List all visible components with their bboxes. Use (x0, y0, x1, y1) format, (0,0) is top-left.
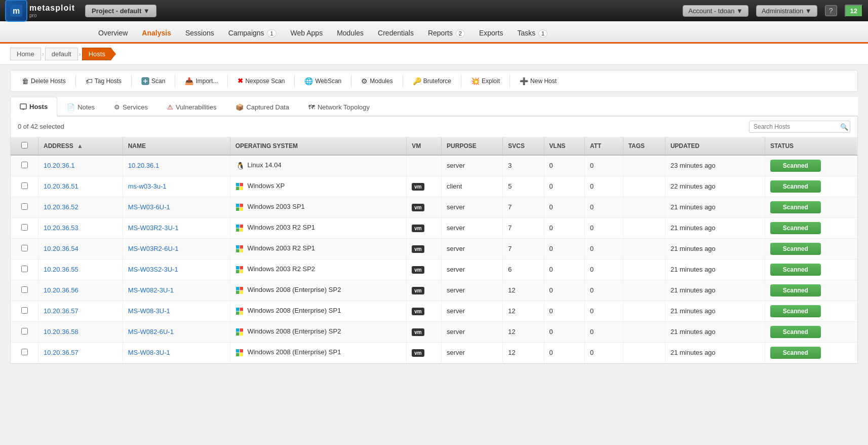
name-link[interactable]: MS-W08-3U-1 (128, 307, 170, 315)
delete-hosts-button[interactable]: 🗑 Delete Hosts (17, 75, 71, 87)
address-link[interactable]: 10.20.36.54 (44, 245, 78, 252)
address-link[interactable]: 10.20.36.55 (44, 266, 78, 273)
row-att: 0 (584, 259, 623, 280)
logo: m metasploit pro (5, 0, 75, 22)
nav-item-modules[interactable]: Modules (330, 24, 371, 44)
bruteforce-button[interactable]: 🔑 Bruteforce (408, 75, 456, 87)
row-att: 0 (584, 301, 623, 321)
row-checkbox[interactable] (21, 328, 28, 335)
name-link[interactable]: MS-W082-3U-1 (128, 286, 174, 294)
svg-rect-24 (240, 249, 243, 253)
name-link[interactable]: MS-W08-3U-1 (128, 349, 170, 356)
modules-button[interactable]: ⚙ Modules (356, 75, 398, 87)
row-tags (623, 301, 665, 321)
search-input[interactable] (749, 121, 850, 133)
address-link[interactable]: 10.20.36.56 (44, 286, 78, 294)
nav-item-tasks[interactable]: Tasks 1 (510, 24, 555, 44)
address-link[interactable]: 10.20.36.1 (44, 162, 74, 169)
row-checkbox[interactable] (21, 307, 28, 314)
tab-network-topology[interactable]: 🗺 Network Topology (299, 97, 379, 117)
row-checkbox[interactable] (21, 245, 28, 251)
scanned-button[interactable]: Scanned (770, 264, 821, 276)
toolbar: 🗑 Delete Hosts 🏷 Tag Hosts Scan 📥 Import… (10, 70, 858, 92)
exploit-button[interactable]: 💥 Exploit (466, 75, 505, 87)
row-att: 0 (584, 280, 623, 301)
scanned-button[interactable]: Scanned (770, 305, 821, 317)
account-button[interactable]: Account - tdoan ▼ (683, 5, 748, 17)
tab-hosts[interactable]: Hosts (10, 97, 57, 117)
logo-icon: m (5, 0, 27, 22)
address-link[interactable]: 10.20.36.51 (44, 182, 78, 190)
svg-rect-19 (236, 229, 240, 232)
name-link[interactable]: 10.20.36.1 (128, 162, 159, 169)
row-checkbox[interactable] (21, 203, 28, 210)
tab-captured-data[interactable]: 📦 Captured Data (226, 97, 299, 117)
name-link[interactable]: MS-W082-6U-1 (128, 328, 174, 336)
select-all-checkbox[interactable] (21, 142, 28, 149)
breadcrumb-home[interactable]: Home (10, 48, 41, 60)
name-link[interactable]: ms-w03-3u-1 (128, 182, 167, 190)
row-status: Scanned (765, 342, 857, 363)
admin-button[interactable]: Administration ▼ (756, 5, 817, 17)
row-name: MS-W03R2-3U-1 (123, 217, 230, 238)
row-checkbox[interactable] (21, 162, 28, 168)
row-name: MS-W08-3U-1 (123, 301, 230, 321)
nexpose-scan-button[interactable]: ✖ Nexpose Scan (232, 75, 290, 87)
svg-rect-28 (240, 270, 243, 274)
svg-rect-10 (240, 183, 243, 187)
new-host-button[interactable]: ➕ New Host (515, 75, 562, 87)
help-button[interactable]: ? (825, 5, 837, 16)
row-status: Scanned (765, 217, 857, 238)
tab-services[interactable]: ⚙ Services (104, 97, 157, 117)
scanned-button[interactable]: Scanned (770, 284, 821, 296)
svg-rect-11 (236, 187, 240, 191)
tab-notes[interactable]: 📄 Notes (57, 97, 104, 117)
scanned-button[interactable]: Scanned (770, 160, 821, 172)
row-vlns: 0 (544, 321, 584, 342)
row-updated: 22 minutes ago (665, 176, 765, 197)
name-link[interactable]: MS-W03-6U-1 (128, 203, 170, 211)
os-label: Windows 2003 R2 SP1 (247, 244, 315, 252)
nav-item-reports[interactable]: Reports 2 (421, 24, 472, 44)
nav-item-exports[interactable]: Exports (472, 24, 510, 44)
nav-item-overview[interactable]: Overview (91, 24, 135, 44)
row-checkbox[interactable] (21, 266, 28, 272)
row-checkbox[interactable] (21, 286, 28, 293)
address-link[interactable]: 10.20.36.57 (44, 307, 78, 315)
row-checkbox[interactable] (21, 182, 28, 189)
address-link[interactable]: 10.20.36.57 (44, 349, 78, 356)
nav-item-credentials[interactable]: Credentials (371, 24, 421, 44)
scanned-button[interactable]: Scanned (770, 326, 821, 338)
address-header[interactable]: ADDRESS ▲ (38, 137, 123, 155)
scanned-button[interactable]: Scanned (770, 347, 821, 359)
address-link[interactable]: 10.20.36.53 (44, 224, 78, 232)
address-link[interactable]: 10.20.36.58 (44, 328, 78, 336)
name-link[interactable]: MS-W03R2-6U-1 (128, 245, 179, 252)
breadcrumb-default[interactable]: default (45, 48, 78, 60)
search-button[interactable]: 🔍 (840, 123, 848, 130)
nav-item-campaigns[interactable]: Campaigns 1 (221, 24, 284, 44)
name-link[interactable]: MS-W03S2-3U-1 (128, 266, 178, 273)
notifications-button[interactable]: 12 (845, 5, 863, 17)
scan-button[interactable]: Scan (136, 75, 170, 87)
webscan-button[interactable]: 🌐 WebScan (299, 75, 346, 87)
nav-item-webapps[interactable]: Web Apps (284, 24, 330, 44)
os-icon (235, 328, 244, 336)
name-link[interactable]: MS-W03R2-3U-1 (128, 224, 179, 232)
scanned-button[interactable]: Scanned (770, 180, 821, 193)
import-button[interactable]: 📥 Import... (180, 75, 223, 87)
row-checkbox[interactable] (21, 224, 28, 231)
project-button[interactable]: Project - default ▼ (85, 5, 156, 17)
scanned-button[interactable]: Scanned (770, 222, 821, 234)
row-checkbox[interactable] (21, 349, 28, 355)
tag-hosts-button[interactable]: 🏷 Tag Hosts (81, 75, 127, 87)
nav-item-analysis[interactable]: Analysis (135, 24, 178, 44)
address-link[interactable]: 10.20.36.52 (44, 203, 78, 211)
nav-item-sessions[interactable]: Sessions (178, 24, 221, 44)
vlns-header: VLNS (544, 137, 584, 155)
tab-vulnerabilities[interactable]: ⚠ Vulnerabilities (157, 97, 226, 117)
scanned-button[interactable]: Scanned (770, 201, 821, 213)
scanned-button[interactable]: Scanned (770, 243, 821, 255)
table-row: 10.20.36.51 ms-w03-3u-1 Windows XP vm cl… (11, 176, 857, 197)
breadcrumb-hosts[interactable]: Hosts (82, 48, 116, 60)
